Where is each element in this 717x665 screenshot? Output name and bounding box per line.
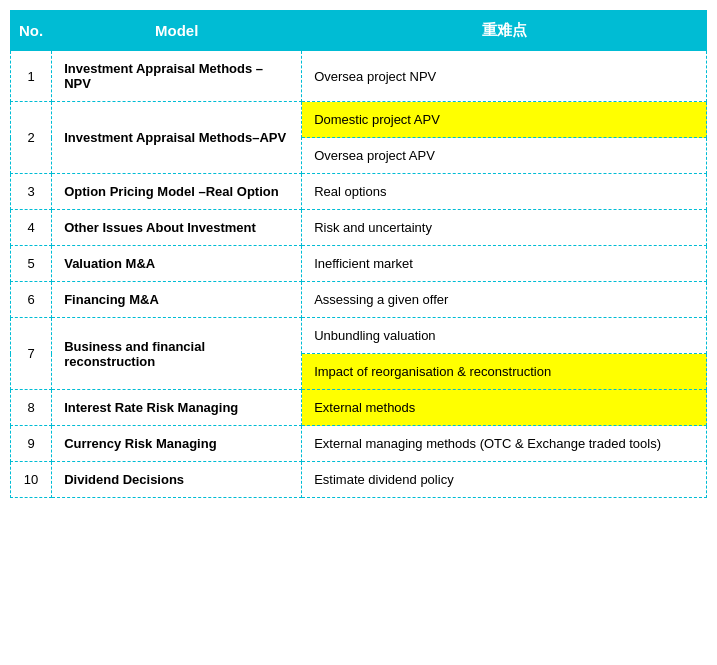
row-no: 10 — [11, 462, 52, 498]
row-model: Other Issues About Investment — [52, 210, 302, 246]
row-model: Interest Rate Risk Managing — [52, 390, 302, 426]
row-difficulty: Impact of reorganisation & reconstructio… — [302, 354, 707, 390]
table-row: 1Investment Appraisal Methods –NPVOverse… — [11, 51, 707, 102]
row-difficulty: Oversea project NPV — [302, 51, 707, 102]
row-model: Investment Appraisal Methods–APV — [52, 102, 302, 174]
row-model: Currency Risk Managing — [52, 426, 302, 462]
main-table: No. Model 重难点 1Investment Appraisal Meth… — [10, 10, 707, 498]
table-row: 9Currency Risk ManagingExternal managing… — [11, 426, 707, 462]
row-difficulty: Unbundling valuation — [302, 318, 707, 354]
row-model: Dividend Decisions — [52, 462, 302, 498]
table-row: 3Option Pricing Model –Real OptionReal o… — [11, 174, 707, 210]
row-difficulty: Inefficient market — [302, 246, 707, 282]
row-model: Business and financial reconstruction — [52, 318, 302, 390]
row-model: Valuation M&A — [52, 246, 302, 282]
row-difficulty: Domestic project APV — [302, 102, 707, 138]
row-no: 7 — [11, 318, 52, 390]
row-difficulty: External methods — [302, 390, 707, 426]
row-model: Financing M&A — [52, 282, 302, 318]
table-row: 6Financing M&AAssessing a given offer — [11, 282, 707, 318]
row-model: Investment Appraisal Methods –NPV — [52, 51, 302, 102]
row-model: Option Pricing Model –Real Option — [52, 174, 302, 210]
header-difficulty: 重难点 — [302, 11, 707, 51]
row-no: 4 — [11, 210, 52, 246]
table-row: 7Business and financial reconstructionUn… — [11, 318, 707, 354]
row-difficulty: Oversea project APV — [302, 138, 707, 174]
row-no: 3 — [11, 174, 52, 210]
row-no: 2 — [11, 102, 52, 174]
row-no: 5 — [11, 246, 52, 282]
table-row: 2Investment Appraisal Methods–APVDomesti… — [11, 102, 707, 138]
row-difficulty: Assessing a given offer — [302, 282, 707, 318]
table-row: 10Dividend DecisionsEstimate dividend po… — [11, 462, 707, 498]
table-row: 8Interest Rate Risk ManagingExternal met… — [11, 390, 707, 426]
row-difficulty: Real options — [302, 174, 707, 210]
header-model: Model — [52, 11, 302, 51]
row-no: 8 — [11, 390, 52, 426]
row-no: 1 — [11, 51, 52, 102]
table-row: 5Valuation M&AInefficient market — [11, 246, 707, 282]
row-difficulty: Estimate dividend policy — [302, 462, 707, 498]
row-no: 6 — [11, 282, 52, 318]
header-no: No. — [11, 11, 52, 51]
row-difficulty: Risk and uncertainty — [302, 210, 707, 246]
table-row: 4Other Issues About InvestmentRisk and u… — [11, 210, 707, 246]
row-difficulty: External managing methods (OTC & Exchang… — [302, 426, 707, 462]
row-no: 9 — [11, 426, 52, 462]
